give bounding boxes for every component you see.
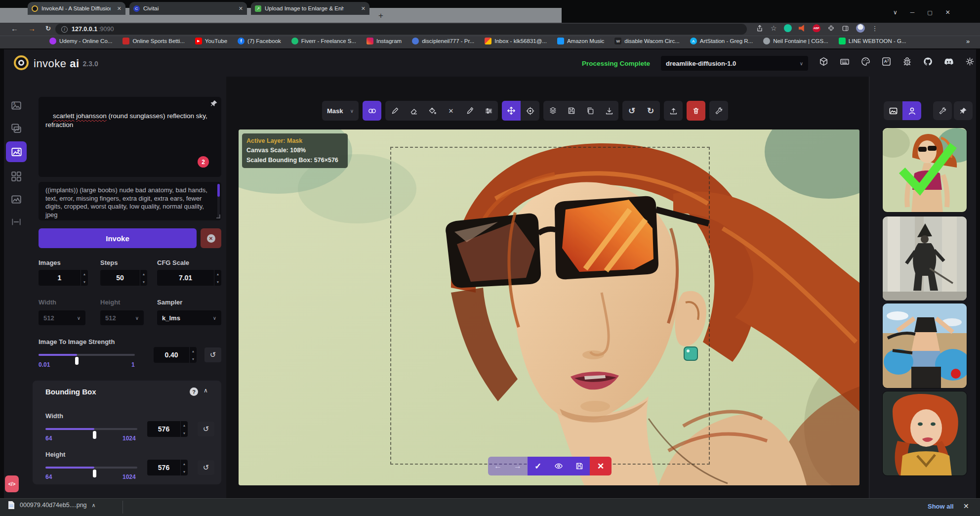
bbox-width-reset-button[interactable]: ↺ — [198, 422, 214, 436]
images-input[interactable]: 1▲▼ — [39, 270, 88, 286]
slider-handle[interactable] — [93, 470, 96, 477]
brush-options-button[interactable] — [479, 101, 498, 121]
gallery-images-button[interactable] — [884, 101, 902, 120]
tab-text-to-image[interactable]: A — [7, 96, 26, 115]
tab-nodes[interactable] — [7, 167, 26, 186]
upload-image-button[interactable] — [664, 101, 683, 121]
side-panel-icon[interactable] — [842, 25, 849, 32]
close-downloads-icon[interactable]: ✕ — [963, 502, 969, 510]
show-all-link[interactable]: Show all — [928, 503, 954, 510]
slider-handle[interactable] — [93, 431, 96, 439]
discord-icon[interactable] — [944, 57, 954, 66]
profile-avatar[interactable] — [856, 24, 865, 33]
back-icon[interactable]: ← — [11, 24, 18, 33]
bookmark-item[interactable]: Inbox - klk56831@... — [485, 38, 547, 44]
height-select[interactable]: 512∨ — [100, 310, 144, 325]
stepper-icons[interactable]: ▲▼ — [189, 347, 197, 363]
url-bar[interactable]: i 127.0.0.1 :9090 — [55, 24, 747, 35]
bbox-width-input[interactable]: 576▲▼ — [147, 421, 188, 437]
erase-bounding-box-button[interactable]: ✕ — [442, 101, 460, 121]
previous-image-button[interactable]: ← — [488, 457, 508, 475]
bookmark-item[interactable]: f(7) Facebook — [238, 38, 281, 44]
bookmark-item[interactable]: Online Sports Betti... — [122, 38, 184, 44]
tab-close-icon[interactable]: ✕ — [361, 5, 366, 12]
slider-handle[interactable] — [75, 357, 79, 365]
tab-close-icon[interactable]: ✕ — [239, 5, 243, 12]
puzzle-extension-icon[interactable] — [827, 25, 835, 32]
next-image-button[interactable]: → — [508, 457, 528, 475]
code-toggle-button[interactable]: </> — [5, 475, 19, 492]
gallery-thumbnail[interactable] — [882, 216, 967, 301]
bookmark-item[interactable]: Wdisable Wacom Circ... — [614, 38, 679, 44]
report-bug-icon[interactable] — [902, 57, 912, 66]
tab-search-icon[interactable]: ∨ — [893, 9, 898, 16]
strength-input[interactable]: 0.40▲▼ — [154, 347, 197, 363]
merge-visible-button[interactable] — [543, 101, 562, 121]
pin-prompt-icon[interactable] — [210, 100, 218, 107]
stepper-icons[interactable]: ▲▼ — [214, 270, 221, 286]
bbox-height-input[interactable]: 576▲▼ — [147, 460, 188, 475]
width-select[interactable]: 512∨ — [39, 310, 85, 325]
gallery-user-button[interactable] — [902, 101, 921, 120]
bbox-height-reset-button[interactable]: ↺ — [198, 460, 214, 475]
bookmark-item[interactable]: Udemy - Online Co... — [49, 38, 112, 44]
window-close-icon[interactable]: ✕ — [945, 9, 950, 16]
save-to-gallery-button[interactable] — [562, 101, 581, 121]
negative-prompt-input[interactable]: ((implants)) (large boobs) nude bad anat… — [39, 182, 221, 220]
reload-icon[interactable]: ↻ — [45, 25, 51, 32]
gallery-thumbnail-selected[interactable] — [882, 128, 967, 213]
fill-tool-button[interactable] — [423, 101, 442, 121]
steps-input[interactable]: 50▲▼ — [100, 270, 147, 286]
accept-image-button[interactable]: ✓ — [528, 457, 548, 475]
canvas-bounding-box[interactable] — [390, 147, 710, 465]
github-icon[interactable] — [923, 57, 933, 66]
tab-invokeai[interactable]: InvokeAI - A Stable Diffusion Too ✕ — [28, 2, 125, 15]
bookmark-item[interactable]: discipleneil777 - Pr... — [412, 38, 474, 44]
model-manager-cube-icon[interactable] — [819, 57, 828, 66]
download-image-button[interactable] — [600, 101, 618, 121]
help-icon[interactable]: ? — [190, 387, 198, 396]
stepper-icons[interactable]: ▲▼ — [140, 270, 147, 286]
move-tool-button[interactable] — [502, 101, 521, 121]
bookmark-item[interactable]: ▶YouTube — [195, 38, 227, 44]
stepper-icons[interactable]: ▲▼ — [180, 421, 188, 437]
prompt-input[interactable]: scarlett johansson (round sunglasses) re… — [39, 97, 221, 177]
reset-view-button[interactable] — [521, 101, 539, 121]
tab-image-to-image[interactable] — [7, 119, 26, 137]
copy-to-clipboard-button[interactable] — [581, 101, 600, 121]
toggle-mask-button[interactable] — [363, 101, 381, 121]
download-file-chip[interactable]: 000979.40d74eb5....png ∧ — [8, 501, 96, 509]
bookmark-item[interactable]: Fiverr - Freelance S... — [291, 38, 356, 44]
share-icon[interactable] — [756, 24, 764, 32]
bookmark-item[interactable]: Amazon Music — [557, 38, 604, 44]
pin-panel-button[interactable] — [954, 101, 973, 120]
menu-kebab-icon[interactable]: ⋮ — [872, 25, 878, 32]
tab-close-icon[interactable]: ✕ — [117, 5, 122, 12]
gallery-thumbnail[interactable] — [882, 303, 967, 388]
canvas-settings-button[interactable] — [709, 101, 728, 121]
resize-handle-icon[interactable] — [216, 215, 220, 218]
tab-civitai[interactable]: C Civitai ✕ — [129, 2, 247, 15]
save-staging-button[interactable] — [569, 457, 590, 475]
panel-settings-button[interactable] — [933, 101, 952, 120]
bookmark-item[interactable]: Instagram — [367, 38, 402, 44]
tab-training[interactable] — [7, 213, 26, 231]
redo-button[interactable]: ↻ — [641, 101, 660, 121]
negative-prompt-scrollbar[interactable] — [217, 184, 220, 218]
window-maximize-icon[interactable]: ▢ — [927, 9, 932, 16]
discard-staging-button[interactable]: ✕ — [590, 457, 612, 475]
model-select[interactable]: dreamlike-diffusion-1.0∨ — [661, 56, 808, 71]
file-caret-icon[interactable]: ∧ — [92, 502, 96, 509]
keyboard-shortcuts-icon[interactable] — [840, 57, 850, 66]
language-translate-icon[interactable]: A7 — [882, 57, 891, 66]
tab-upload-image[interactable]: ↗ Upload Image to Enlarge & Enha ✕ — [251, 2, 369, 15]
tab-unified-canvas[interactable] — [6, 141, 27, 162]
bookmarks-overflow-icon[interactable]: » — [966, 38, 970, 45]
strength-reset-button[interactable]: ↺ — [204, 347, 221, 362]
gallery-thumbnail[interactable] — [882, 391, 967, 476]
clear-canvas-button[interactable] — [687, 101, 705, 121]
tab-postprocessing[interactable] — [7, 190, 26, 209]
bookmark-star-icon[interactable]: ☆ — [771, 24, 777, 32]
collapse-chevron-icon[interactable]: ∧ — [204, 387, 208, 394]
forward-icon[interactable]: → — [28, 24, 36, 33]
